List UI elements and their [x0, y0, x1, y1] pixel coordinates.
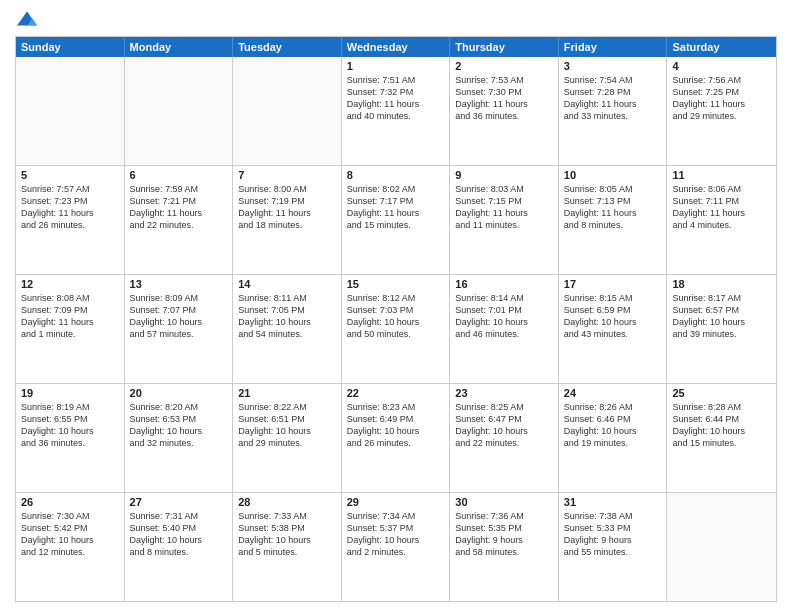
header-day-friday: Friday — [559, 37, 668, 57]
cell-line: Sunrise: 7:56 AM — [672, 74, 771, 86]
cal-cell-3-3: 22Sunrise: 8:23 AMSunset: 6:49 PMDayligh… — [342, 384, 451, 492]
cell-line: Sunset: 5:33 PM — [564, 522, 662, 534]
cal-cell-2-5: 17Sunrise: 8:15 AMSunset: 6:59 PMDayligh… — [559, 275, 668, 383]
calendar-row-3: 19Sunrise: 8:19 AMSunset: 6:55 PMDayligh… — [16, 384, 776, 493]
cell-line: Sunset: 7:23 PM — [21, 195, 119, 207]
cell-line: Sunrise: 8:22 AM — [238, 401, 336, 413]
cell-line: and 36 minutes. — [455, 110, 553, 122]
cal-cell-1-5: 10Sunrise: 8:05 AMSunset: 7:13 PMDayligh… — [559, 166, 668, 274]
day-number: 24 — [564, 387, 662, 399]
cell-line: and 4 minutes. — [672, 219, 771, 231]
cell-line: Sunset: 6:46 PM — [564, 413, 662, 425]
cell-line: Daylight: 11 hours — [130, 207, 228, 219]
cell-line: Sunset: 7:05 PM — [238, 304, 336, 316]
logo-icon — [15, 10, 39, 30]
cell-line: Daylight: 11 hours — [347, 98, 445, 110]
cell-line: and 2 minutes. — [347, 546, 445, 558]
cell-line: Daylight: 9 hours — [455, 534, 553, 546]
cell-line: Daylight: 10 hours — [672, 425, 771, 437]
cell-line: and 15 minutes. — [672, 437, 771, 449]
calendar-row-4: 26Sunrise: 7:30 AMSunset: 5:42 PMDayligh… — [16, 493, 776, 601]
cell-line: and 19 minutes. — [564, 437, 662, 449]
cal-cell-4-4: 30Sunrise: 7:36 AMSunset: 5:35 PMDayligh… — [450, 493, 559, 601]
cell-line: Daylight: 10 hours — [564, 316, 662, 328]
cell-line: Sunrise: 7:30 AM — [21, 510, 119, 522]
cell-line: Sunset: 5:38 PM — [238, 522, 336, 534]
cell-line: Daylight: 10 hours — [21, 534, 119, 546]
cell-line: Sunrise: 8:12 AM — [347, 292, 445, 304]
day-number: 29 — [347, 496, 445, 508]
cal-cell-4-1: 27Sunrise: 7:31 AMSunset: 5:40 PMDayligh… — [125, 493, 234, 601]
cal-cell-4-3: 29Sunrise: 7:34 AMSunset: 5:37 PMDayligh… — [342, 493, 451, 601]
cal-cell-1-6: 11Sunrise: 8:06 AMSunset: 7:11 PMDayligh… — [667, 166, 776, 274]
cell-line: and 26 minutes. — [21, 219, 119, 231]
day-number: 9 — [455, 169, 553, 181]
cal-cell-2-6: 18Sunrise: 8:17 AMSunset: 6:57 PMDayligh… — [667, 275, 776, 383]
cell-line: and 22 minutes. — [455, 437, 553, 449]
cell-line: and 8 minutes. — [130, 546, 228, 558]
page: SundayMondayTuesdayWednesdayThursdayFrid… — [0, 0, 792, 612]
cell-line: Sunset: 7:32 PM — [347, 86, 445, 98]
cell-line: and 18 minutes. — [238, 219, 336, 231]
day-number: 2 — [455, 60, 553, 72]
cell-line: Sunset: 7:13 PM — [564, 195, 662, 207]
cell-line: Sunrise: 7:36 AM — [455, 510, 553, 522]
cell-line: Daylight: 10 hours — [21, 425, 119, 437]
cell-line: Daylight: 10 hours — [672, 316, 771, 328]
logo — [15, 10, 43, 30]
cell-line: and 57 minutes. — [130, 328, 228, 340]
header-day-wednesday: Wednesday — [342, 37, 451, 57]
cell-line: Daylight: 11 hours — [455, 98, 553, 110]
cell-line: Sunrise: 8:03 AM — [455, 183, 553, 195]
cell-line: Daylight: 11 hours — [455, 207, 553, 219]
cell-line: Daylight: 10 hours — [564, 425, 662, 437]
cell-line: and 26 minutes. — [347, 437, 445, 449]
cell-line: Sunrise: 8:26 AM — [564, 401, 662, 413]
cell-line: Sunset: 7:21 PM — [130, 195, 228, 207]
cell-line: Sunrise: 8:15 AM — [564, 292, 662, 304]
header-day-saturday: Saturday — [667, 37, 776, 57]
day-number: 20 — [130, 387, 228, 399]
cell-line: Sunrise: 8:11 AM — [238, 292, 336, 304]
cell-line: Sunset: 6:53 PM — [130, 413, 228, 425]
day-number: 1 — [347, 60, 445, 72]
header-day-thursday: Thursday — [450, 37, 559, 57]
cell-line: and 32 minutes. — [130, 437, 228, 449]
cell-line: Daylight: 10 hours — [238, 316, 336, 328]
cal-cell-2-0: 12Sunrise: 8:08 AMSunset: 7:09 PMDayligh… — [16, 275, 125, 383]
cal-cell-3-1: 20Sunrise: 8:20 AMSunset: 6:53 PMDayligh… — [125, 384, 234, 492]
cell-line: Sunset: 7:19 PM — [238, 195, 336, 207]
day-number: 16 — [455, 278, 553, 290]
cal-cell-0-3: 1Sunrise: 7:51 AMSunset: 7:32 PMDaylight… — [342, 57, 451, 165]
cal-cell-1-2: 7Sunrise: 8:00 AMSunset: 7:19 PMDaylight… — [233, 166, 342, 274]
cell-line: Sunset: 7:03 PM — [347, 304, 445, 316]
cell-line: Sunrise: 8:28 AM — [672, 401, 771, 413]
cell-line: Daylight: 11 hours — [21, 316, 119, 328]
cal-cell-0-6: 4Sunrise: 7:56 AMSunset: 7:25 PMDaylight… — [667, 57, 776, 165]
cal-cell-2-1: 13Sunrise: 8:09 AMSunset: 7:07 PMDayligh… — [125, 275, 234, 383]
cal-cell-1-3: 8Sunrise: 8:02 AMSunset: 7:17 PMDaylight… — [342, 166, 451, 274]
cell-line: and 40 minutes. — [347, 110, 445, 122]
cell-line: Daylight: 11 hours — [21, 207, 119, 219]
cal-cell-3-0: 19Sunrise: 8:19 AMSunset: 6:55 PMDayligh… — [16, 384, 125, 492]
day-number: 4 — [672, 60, 771, 72]
day-number: 28 — [238, 496, 336, 508]
cell-line: and 43 minutes. — [564, 328, 662, 340]
cell-line: Daylight: 10 hours — [455, 316, 553, 328]
cell-line: Sunset: 7:07 PM — [130, 304, 228, 316]
day-number: 31 — [564, 496, 662, 508]
cell-line: and 46 minutes. — [455, 328, 553, 340]
cal-cell-0-4: 2Sunrise: 7:53 AMSunset: 7:30 PMDaylight… — [450, 57, 559, 165]
cell-line: Sunrise: 8:19 AM — [21, 401, 119, 413]
cell-line: Daylight: 10 hours — [347, 425, 445, 437]
cell-line: Sunrise: 7:57 AM — [21, 183, 119, 195]
cell-line: Daylight: 10 hours — [130, 534, 228, 546]
cell-line: and 1 minute. — [21, 328, 119, 340]
cell-line: Sunset: 7:25 PM — [672, 86, 771, 98]
cal-cell-0-5: 3Sunrise: 7:54 AMSunset: 7:28 PMDaylight… — [559, 57, 668, 165]
cal-cell-0-1 — [125, 57, 234, 165]
calendar-header: SundayMondayTuesdayWednesdayThursdayFrid… — [16, 37, 776, 57]
cell-line: Sunrise: 7:59 AM — [130, 183, 228, 195]
cell-line: Sunrise: 8:25 AM — [455, 401, 553, 413]
cal-cell-0-2 — [233, 57, 342, 165]
